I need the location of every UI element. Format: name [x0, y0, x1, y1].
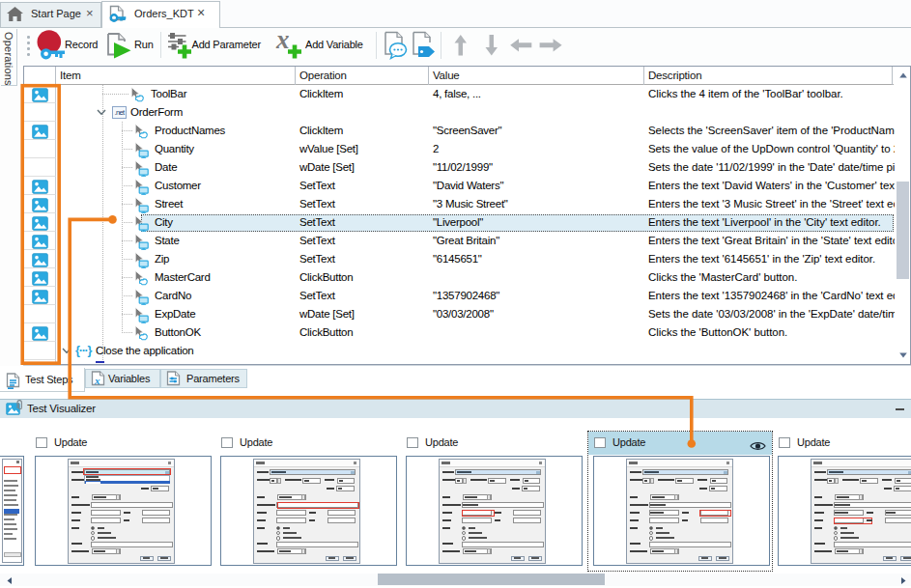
svg-text:x: x — [94, 375, 100, 386]
svg-text:x: x — [275, 29, 290, 54]
